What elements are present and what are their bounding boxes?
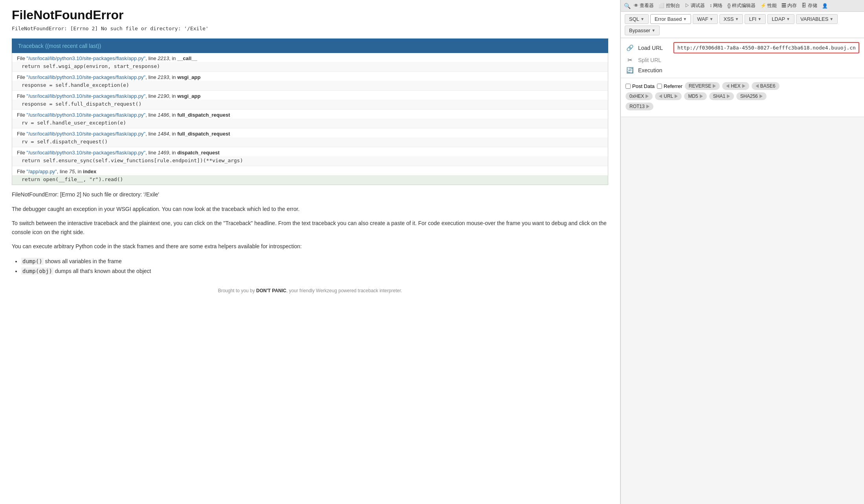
encode-row-2: 0xHEX URL MD5 SHA1 SHA256 — [626, 92, 859, 100]
post-data-label: Post Data — [632, 83, 655, 89]
0xhex-btn[interactable]: 0xHEX — [626, 92, 653, 100]
file-link[interactable]: "/usr/local/lib/python3.10/site-packages… — [27, 55, 146, 61]
traceback-subheader: ((most recent call last)) — [45, 43, 101, 49]
style-editor-btn[interactable]: {} 样式编辑器 — [726, 2, 757, 10]
page-subtitle: FileNotFoundError: [Errno 2] No such fil… — [12, 26, 608, 31]
viewer-btn[interactable]: 👁 查看器 — [632, 2, 655, 10]
base6-btn[interactable]: BASE6 — [752, 82, 780, 90]
traceback-code-line: rv = self.handle_user_exception(e) — [12, 119, 608, 128]
file-link[interactable]: "/app/app.py" — [27, 169, 57, 174]
traceback-code-line: return open(__file__, "r").read() — [12, 175, 608, 185]
waf-menu[interactable]: WAF ▼ — [693, 14, 717, 24]
url-input[interactable] — [673, 42, 859, 53]
file-link[interactable]: "/usr/local/lib/python3.10/site-packages… — [27, 112, 146, 118]
footer-link[interactable]: DON'T PANIC — [256, 288, 286, 293]
error-message: FileNotFoundError: [Errno 2] No such fil… — [12, 191, 608, 198]
traceback-code-line: response = self.handle_exception(e) — [12, 81, 608, 90]
encode-row-3: ROT13 — [626, 103, 859, 110]
traceback-entry: File "/usr/local/lib/python3.10/site-pac… — [12, 53, 608, 72]
page-title: FileNotFoundError — [12, 8, 608, 22]
sql-menu[interactable]: SQL ▼ — [625, 14, 649, 24]
referrer-label: Referrer — [664, 83, 682, 89]
user-btn[interactable]: 👤 — [820, 2, 829, 9]
sha1-btn[interactable]: SHA1 — [709, 92, 734, 100]
split-url-label: Split URL — [638, 57, 670, 63]
encode-section: Post Data Referrer REVERSE HEX BASE6 0xH… — [621, 78, 864, 117]
md5-btn[interactable]: MD5 — [684, 92, 706, 100]
traceback-file-line: File "/app/app.py", line 75, in index — [12, 166, 608, 175]
traceback-file-line: File "/usr/local/lib/python3.10/site-pac… — [12, 110, 608, 119]
reverse-btn[interactable]: REVERSE — [685, 82, 720, 90]
inspect-icon: 🔍 — [624, 3, 631, 9]
bullet-item: dump(obj) dumps all that's known about t… — [21, 266, 608, 276]
file-link[interactable]: "/usr/local/lib/python3.10/site-packages… — [27, 74, 146, 80]
xss-menu[interactable]: XSS ▼ — [719, 14, 743, 24]
file-link[interactable]: "/usr/local/lib/python3.10/site-packages… — [27, 93, 146, 99]
traceback-entry: File "/usr/local/lib/python3.10/site-pac… — [12, 128, 608, 147]
bullet-item: dump() shows all variables in the frame — [21, 257, 608, 266]
split-url-row: ✂ Split URL — [626, 57, 859, 64]
traceback-file-line: File "/usr/local/lib/python3.10/site-pac… — [12, 72, 608, 81]
traceback-entry: File "/usr/local/lib/python3.10/site-pac… — [12, 72, 608, 91]
execution-row: 🔄 Execution — [626, 67, 859, 74]
debugger-btn[interactable]: ▷ 调试器 — [683, 2, 706, 10]
traceback-code-line: return self.ensure_sync(self.view_functi… — [12, 156, 608, 166]
performance-btn[interactable]: ⚡ 性能 — [759, 2, 778, 10]
traceback-code-line: return self.wsgi_app(environ, start_resp… — [12, 62, 608, 71]
bypasser-menu[interactable]: Bypasser ▼ — [625, 26, 660, 35]
storage-btn[interactable]: 🗄 存储 — [800, 2, 818, 10]
desc2: To switch between the interactive traceb… — [12, 219, 608, 236]
traceback-file-line: File "/usr/local/lib/python3.10/site-pac… — [12, 53, 608, 62]
desc1: The debugger caught an exception in your… — [12, 205, 608, 213]
traceback-entry: File "/usr/local/lib/python3.10/site-pac… — [12, 91, 608, 110]
traceback-code-line: response = self.full_dispatch_request() — [12, 100, 608, 109]
load-url-row: 🔗 Load URL — [626, 42, 859, 53]
desc3: You can execute arbitrary Python code in… — [12, 242, 608, 251]
url-section: 🔗 Load URL ✂ Split URL 🔄 Execution — [621, 38, 864, 78]
traceback-entry: File "/usr/local/lib/python3.10/site-pac… — [12, 147, 608, 166]
refresh-icon: 🔄 — [626, 67, 634, 74]
bullet-list: dump() shows all variables in the framed… — [21, 257, 608, 276]
traceback-file-line: File "/usr/local/lib/python3.10/site-pac… — [12, 91, 608, 100]
execution-label: Execution — [638, 67, 662, 73]
traceback-file-line: File "/usr/local/lib/python3.10/site-pac… — [12, 128, 608, 137]
lfi-menu[interactable]: LFI ▼ — [745, 14, 766, 24]
variables-menu[interactable]: VARIABLES ▼ — [796, 14, 838, 24]
file-link[interactable]: "/usr/local/lib/python3.10/site-packages… — [27, 131, 146, 137]
toolbar-top: 🔍 👁 查看器 ⬜ 控制台 ▷ 调试器 ↕ 网络 {} 样式编辑器 ⚡ 性能 ☰… — [621, 0, 864, 12]
memory-btn[interactable]: ☰ 内存 — [780, 2, 798, 10]
left-panel: FileNotFoundError FileNotFoundError: [Er… — [0, 0, 620, 504]
traceback-header[interactable]: Traceback ((most recent call last)) — [12, 38, 608, 53]
ldap-menu[interactable]: LDAP ▼ — [767, 14, 794, 24]
file-link[interactable]: "/usr/local/lib/python3.10/site-packages… — [27, 150, 146, 156]
console-btn[interactable]: ⬜ 控制台 — [657, 2, 681, 10]
traceback-body: File "/usr/local/lib/python3.10/site-pac… — [12, 53, 608, 185]
encode-row-1: Post Data Referrer REVERSE HEX BASE6 — [626, 82, 859, 90]
hex-btn[interactable]: HEX — [722, 82, 749, 90]
network-btn[interactable]: ↕ 网络 — [708, 2, 724, 10]
post-data-checkbox[interactable] — [626, 84, 631, 89]
split-icon: ✂ — [626, 57, 634, 64]
load-url-label: Load URL — [638, 45, 670, 51]
right-panel: 🔍 👁 查看器 ⬜ 控制台 ▷ 调试器 ↕ 网络 {} 样式编辑器 ⚡ 性能 ☰… — [620, 0, 864, 504]
footer-text: Brought to you by DON'T PANIC, your frie… — [12, 288, 608, 293]
traceback-title: Traceback — [18, 43, 44, 49]
traceback-entry: File "/usr/local/lib/python3.10/site-pac… — [12, 110, 608, 128]
sha256-btn[interactable]: SHA256 — [736, 92, 767, 100]
link-icon: 🔗 — [626, 44, 634, 51]
post-data-group: Post Data — [626, 83, 655, 89]
rot13-btn[interactable]: ROT13 — [626, 103, 653, 110]
referrer-checkbox[interactable] — [657, 84, 662, 89]
menu-bar: SQL ▼ Error Based ▼ WAF ▼ XSS ▼ LFI ▼ LD… — [621, 12, 864, 38]
url-btn[interactable]: URL — [655, 92, 682, 100]
traceback-file-line: File "/usr/local/lib/python3.10/site-pac… — [12, 147, 608, 156]
traceback-code-line: rv = self.dispatch_request() — [12, 137, 608, 147]
traceback-entry: File "/app/app.py", line 75, in indexret… — [12, 166, 608, 185]
error-based-menu[interactable]: Error Based ▼ — [650, 14, 691, 24]
referrer-group: Referrer — [657, 83, 682, 89]
